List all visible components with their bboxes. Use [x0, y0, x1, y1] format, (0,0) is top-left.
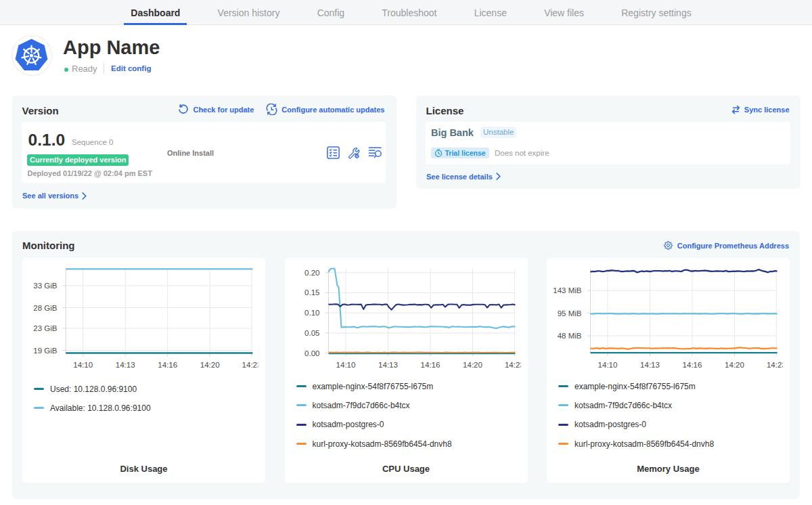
- svg-text:14:13: 14:13: [640, 361, 660, 369]
- svg-text:48 MiB: 48 MiB: [558, 332, 582, 340]
- svg-text:95 MiB: 95 MiB: [558, 309, 582, 317]
- svg-text:14:10: 14:10: [336, 361, 356, 369]
- svg-text:0.05: 0.05: [304, 329, 319, 337]
- svg-text:14:10: 14:10: [73, 361, 93, 369]
- svg-text:14:16: 14:16: [158, 361, 177, 369]
- svg-text:0.10: 0.10: [304, 309, 319, 317]
- svg-text:23 GiB: 23 GiB: [33, 324, 57, 332]
- svg-text:0.00: 0.00: [304, 349, 319, 357]
- svg-text:14:16: 14:16: [421, 361, 441, 369]
- svg-text:14:23: 14:23: [767, 361, 786, 369]
- svg-text:33 GiB: 33 GiB: [33, 282, 57, 290]
- svg-text:0.20: 0.20: [304, 269, 319, 277]
- svg-text:14:20: 14:20: [463, 361, 482, 369]
- svg-text:14:13: 14:13: [116, 361, 135, 369]
- svg-text:14:23: 14:23: [242, 361, 262, 369]
- svg-text:14:20: 14:20: [200, 361, 220, 369]
- svg-text:0.15: 0.15: [304, 288, 319, 297]
- svg-text:14:23: 14:23: [505, 361, 524, 369]
- svg-text:14:10: 14:10: [598, 361, 618, 369]
- svg-text:14:16: 14:16: [683, 361, 702, 369]
- svg-text:14:20: 14:20: [725, 361, 744, 369]
- svg-text:14:13: 14:13: [378, 361, 398, 369]
- svg-text:28 GiB: 28 GiB: [33, 304, 57, 312]
- svg-text:143 MiB: 143 MiB: [553, 286, 582, 294]
- svg-text:19 GiB: 19 GiB: [33, 347, 57, 355]
